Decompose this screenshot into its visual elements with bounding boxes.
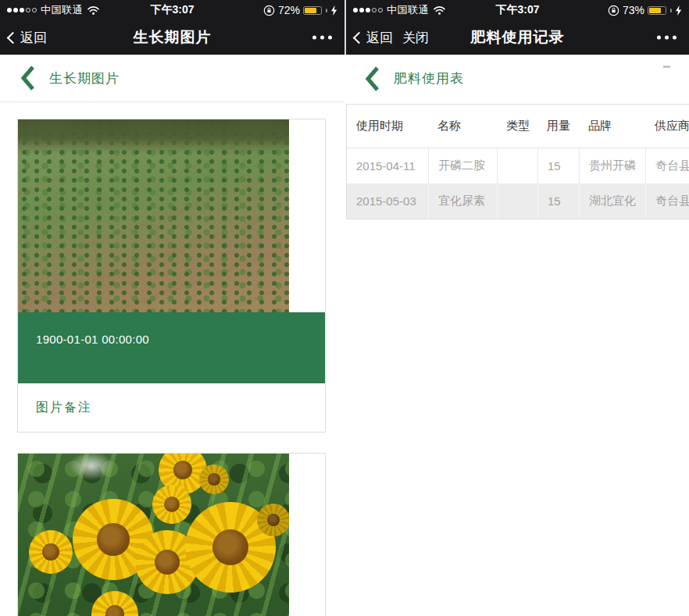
screenshot-root: 中国联通 下午3:07 72% <box>0 0 689 616</box>
column-header: 供应商 <box>645 105 689 148</box>
page-back-button[interactable] <box>20 65 36 91</box>
chevron-left-icon <box>365 66 380 92</box>
orientation-lock-icon <box>608 5 619 16</box>
growth-photo-card-2 <box>17 453 326 616</box>
chevron-left-icon <box>353 32 366 45</box>
left-page-header: 生长期图片 <box>0 55 344 102</box>
nav-close-button[interactable]: 关闭 <box>402 29 429 47</box>
right-nav-bar: 返回 关闭 肥料使用记录 <box>346 20 689 55</box>
column-header: 名称 <box>428 105 497 148</box>
right-status-bar: 中国联通 下午3:07 73% <box>346 0 689 20</box>
battery-icon <box>648 6 666 15</box>
battery-percent-label: 72% <box>278 4 300 16</box>
sunflower-icon <box>29 530 73 574</box>
column-header: 使用时期 <box>347 105 428 148</box>
signal-strength-icon <box>353 8 383 12</box>
carrier-label: 中国联通 <box>41 3 83 17</box>
photo-caption-bar: 1900-01-01 00:00:00 <box>18 312 325 383</box>
cell-supplier: 奇台县 <box>645 183 689 219</box>
sunflower-icon <box>199 465 229 494</box>
cell-type <box>497 183 537 219</box>
photo-remark-row: 图片备注 <box>18 383 325 432</box>
wifi-icon <box>87 5 100 15</box>
column-header: 品牌 <box>579 105 645 148</box>
cell-name: 开磷二胺 <box>428 148 497 183</box>
phone-right: 中国联通 下午3:07 73% <box>344 0 689 616</box>
growth-photo-card-1: 1900-01-01 00:00:00 图片备注 <box>17 119 326 433</box>
wifi-icon <box>433 5 446 15</box>
scrollbar-thumb[interactable] <box>663 66 670 68</box>
chevron-left-icon <box>20 65 36 91</box>
cell-brand: 湖北宜化 <box>579 183 645 219</box>
column-header: 类型 <box>497 105 537 148</box>
left-nav-bar: 返回 生长期图片 <box>0 20 344 55</box>
right-dark-header: 中国联通 下午3:07 73% <box>344 0 689 55</box>
charging-bolt-icon <box>675 5 682 16</box>
phone-left: 中国联通 下午3:07 72% <box>0 0 344 616</box>
clock-label: 下午3:07 <box>495 3 539 17</box>
fertilizer-table: 使用时期 名称 类型 用量 品牌 供应商 2015-04-11 开磷二胺 15 … <box>346 104 689 219</box>
cell-supplier: 奇台县 <box>645 148 689 183</box>
photo-timestamp: 1900-01-01 00:00:00 <box>18 312 325 346</box>
sunflower-icon <box>257 504 289 536</box>
crop-field-photo[interactable] <box>18 119 289 312</box>
left-dark-header: 中国联通 下午3:07 72% <box>0 0 344 55</box>
nav-back-button[interactable]: 返回 <box>355 29 393 47</box>
more-menu-icon[interactable] <box>312 36 332 40</box>
nav-back-button[interactable]: 返回 <box>9 29 47 47</box>
sunflowers-photo[interactable] <box>18 454 289 616</box>
left-status-bar: 中国联通 下午3:07 72% <box>0 0 344 20</box>
table-row[interactable]: 2015-04-11 开磷二胺 15 贵州开磷 奇台县 <box>347 148 689 183</box>
right-page-header: 肥料使用表 <box>344 55 689 102</box>
cell-use-date: 2015-04-11 <box>347 148 428 183</box>
table-header-row: 使用时期 名称 类型 用量 品牌 供应商 <box>347 105 689 148</box>
cell-type <box>497 148 537 183</box>
signal-strength-icon <box>7 8 37 12</box>
orientation-lock-icon <box>263 5 275 16</box>
battery-icon <box>303 6 322 15</box>
column-header: 用量 <box>537 105 579 148</box>
cell-name: 宜化尿素 <box>428 183 497 219</box>
page-back-button[interactable] <box>365 66 380 92</box>
sunflower-icon <box>152 485 191 524</box>
photo-remark-label: 图片备注 <box>18 383 325 416</box>
more-menu-icon[interactable] <box>657 36 677 40</box>
cell-amount: 15 <box>537 148 579 183</box>
charging-bolt-icon <box>330 5 337 16</box>
clock-label: 下午3:07 <box>150 3 194 17</box>
nav-title: 生长期图片 <box>134 27 212 48</box>
page-title: 生长期图片 <box>49 69 120 87</box>
battery-percent-label: 73% <box>623 4 644 16</box>
page-title: 肥料使用表 <box>394 69 464 87</box>
nav-title: 肥料使用记录 <box>471 27 565 48</box>
cell-use-date: 2015-05-03 <box>347 183 428 219</box>
cell-brand: 贵州开磷 <box>579 148 645 183</box>
cell-amount: 15 <box>537 183 579 219</box>
carrier-label: 中国联通 <box>387 3 429 17</box>
table-row[interactable]: 2015-05-03 宜化尿素 15 湖北宜化 奇台县 <box>347 183 689 219</box>
sunflower-icon <box>91 591 138 616</box>
chevron-left-icon <box>7 32 20 45</box>
